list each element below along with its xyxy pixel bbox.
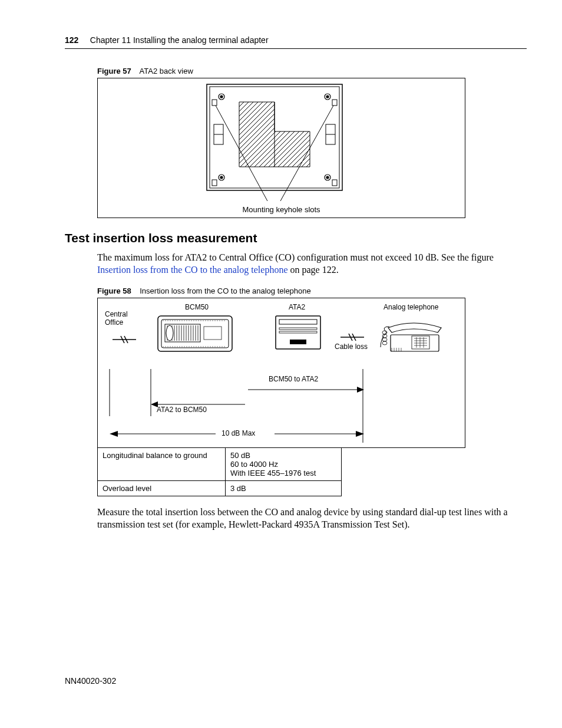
spec-val-0: 50 dB 60 to 4000 Hz With IEEE 455–1976 t… <box>226 448 342 481</box>
svg-marker-80 <box>110 431 118 437</box>
spec-val-1: 3 dB <box>226 481 342 496</box>
table-row: Overload level 3 dB <box>98 481 342 496</box>
table-row: Longitudinal balance to ground 50 dB 60 … <box>98 448 342 481</box>
ata2-to-bcm50-label: ATA2 to BCM50 <box>157 406 207 414</box>
svg-rect-12 <box>212 180 217 186</box>
bcm50-to-ata2-label: BCM50 to ATA2 <box>269 375 318 383</box>
svg-rect-13 <box>332 180 337 186</box>
figure-57-title: ATA2 back view <box>140 67 193 75</box>
max-loss-label: 10 dB Max <box>222 429 255 437</box>
paragraph-1: The maximum loss for ATA2 to Central Off… <box>97 251 527 276</box>
doc-id-footer: NN40020-302 <box>65 676 116 686</box>
running-header: 122 Chapter 11 Installing the analog ter… <box>65 35 527 49</box>
chapter-title: Chapter 11 Installing the analog termina… <box>90 35 269 45</box>
figure-58-block: Figure 58 Insertion loss from the CO to … <box>97 286 527 496</box>
ata2-backview-illustration <box>98 78 465 218</box>
figure-57-block: Figure 57 ATA2 back view <box>97 67 527 218</box>
figure-57-caption: Figure 57 ATA2 back view <box>97 67 527 75</box>
para1-text-b: on page 122. <box>290 265 338 275</box>
insertion-loss-link[interactable]: Insertion loss from the CO to the analog… <box>97 265 287 275</box>
para1-text-a: The maximum loss for ATA2 to Central Off… <box>97 252 494 262</box>
figure-58-label: Figure 58 <box>97 286 131 295</box>
figure-58-caption: Figure 58 Insertion loss from the CO to … <box>97 286 527 295</box>
figure-57-frame: Mounting keyhole slots <box>97 78 465 218</box>
arrows-overlay <box>98 298 465 447</box>
paragraph-2-wrap: Measure the total insertion loss between… <box>97 506 527 531</box>
spec-key-1: Overload level <box>98 481 226 496</box>
page-number: 122 <box>65 35 78 45</box>
mounting-slots-label: Mounting keyhole slots <box>98 205 465 214</box>
svg-rect-11 <box>332 100 337 106</box>
spec-table: Longitudinal balance to ground 50 dB 60 … <box>97 447 342 496</box>
page: 122 Chapter 11 Installing the analog ter… <box>0 0 562 728</box>
svg-point-5 <box>326 95 329 98</box>
figure-57-label: Figure 57 <box>97 67 131 75</box>
svg-point-9 <box>326 176 329 179</box>
spec-key-0: Longitudinal balance to ground <box>98 448 226 481</box>
section-heading: Test insertion loss measurement <box>65 231 527 245</box>
figure-58-frame: Central Office BCM50 <box>97 298 465 448</box>
svg-point-7 <box>220 176 223 179</box>
paragraph-2: Measure the total insertion loss between… <box>97 506 527 531</box>
svg-rect-10 <box>212 100 217 106</box>
figure-58-title: Insertion loss from the CO to the analog… <box>140 286 311 295</box>
svg-point-3 <box>220 95 223 98</box>
